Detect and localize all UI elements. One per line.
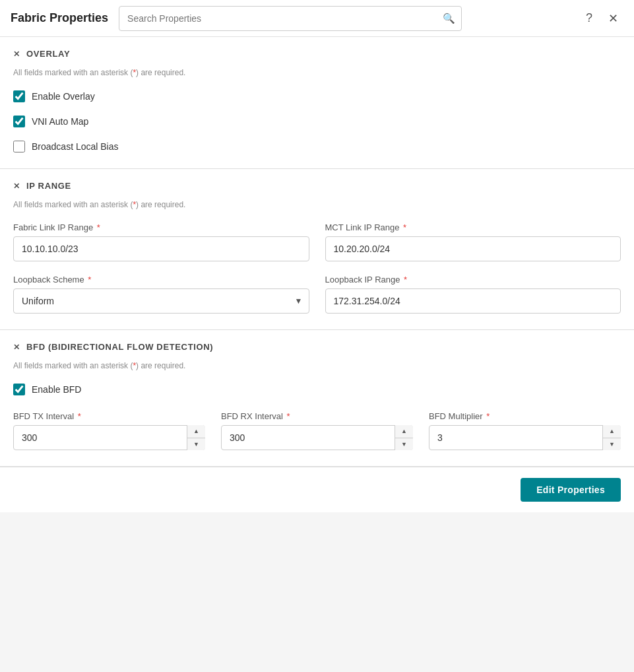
overlay-collapse-icon: ✕ xyxy=(13,50,20,59)
enable-bfd-row: Enable BFD xyxy=(13,384,621,395)
fabric-link-label: Fabric Link IP Range * xyxy=(13,222,309,232)
ip-range-section-body: All fields marked with an asterisk (*) a… xyxy=(0,200,634,329)
fabric-link-group: Fabric Link IP Range * xyxy=(13,222,309,261)
bfd-section-title: BFD (Bidirectional Flow Detection) xyxy=(26,342,213,352)
mct-link-label: MCT Link IP Range * xyxy=(325,222,621,232)
bfd-multiplier-spinner-wrapper: ▲ ▼ xyxy=(429,425,621,450)
bfd-rx-decrement[interactable]: ▼ xyxy=(395,438,413,451)
bfd-tx-increment[interactable]: ▲ xyxy=(187,425,205,438)
bfd-multiplier-decrement[interactable]: ▼ xyxy=(603,438,621,451)
bfd-collapse-icon: ✕ xyxy=(13,343,20,352)
loopback-ip-label: Loopback IP Range * xyxy=(325,275,621,285)
broadcast-local-bias-label: Broadcast Local Bias xyxy=(32,141,119,152)
header-actions: ? ✕ xyxy=(581,9,623,28)
help-button[interactable]: ? xyxy=(581,9,598,28)
search-icon: 🔍 xyxy=(443,13,455,24)
ip-range-grid: Fabric Link IP Range * MCT Link IP Range… xyxy=(13,222,621,314)
fabric-link-input[interactable] xyxy=(13,236,309,261)
enable-bfd-checkbox[interactable] xyxy=(13,384,25,395)
bfd-tx-group: BFD TX Interval * ▲ ▼ xyxy=(13,411,205,450)
bfd-rx-increment[interactable]: ▲ xyxy=(395,425,413,438)
overlay-section-header[interactable]: ✕ OVERLAY xyxy=(0,37,634,68)
bfd-multiplier-spinner-buttons: ▲ ▼ xyxy=(602,425,621,450)
broadcast-local-bias-row: Broadcast Local Bias xyxy=(13,141,621,152)
vni-auto-map-checkbox[interactable] xyxy=(13,116,25,127)
overlay-section-title: OVERLAY xyxy=(26,49,70,59)
loopback-ip-input[interactable] xyxy=(325,288,621,314)
bfd-rx-input[interactable] xyxy=(221,425,413,450)
mct-link-input[interactable] xyxy=(325,236,621,261)
ip-range-required-note: All fields marked with an asterisk (*) a… xyxy=(13,200,621,209)
loopback-scheme-select[interactable]: Uniform Non-Uniform xyxy=(13,288,309,314)
header: Fabric Properties 🔍 ? ✕ xyxy=(0,0,634,37)
main-content: ✕ OVERLAY All fields marked with an aste… xyxy=(0,37,634,467)
ip-range-section: ✕ IP RANGE All fields marked with an ast… xyxy=(0,169,634,330)
enable-bfd-label: Enable BFD xyxy=(32,384,81,395)
bfd-tx-spinner-wrapper: ▲ ▼ xyxy=(13,425,205,450)
overlay-required-note: All fields marked with an asterisk (*) a… xyxy=(13,68,621,77)
bfd-rx-spinner-buttons: ▲ ▼ xyxy=(395,425,413,450)
search-container: 🔍 xyxy=(119,6,462,31)
bfd-section: ✕ BFD (Bidirectional Flow Detection) All… xyxy=(0,330,634,467)
bfd-rx-group: BFD RX Interval * ▲ ▼ xyxy=(221,411,413,450)
loopback-scheme-group: Loopback Scheme * Uniform Non-Uniform ▼ xyxy=(13,275,309,314)
ip-range-section-header[interactable]: ✕ IP RANGE xyxy=(0,169,634,200)
bfd-multiplier-input[interactable] xyxy=(429,425,621,450)
bfd-section-body: All fields marked with an asterisk (*) a… xyxy=(0,361,634,466)
enable-overlay-row: Enable Overlay xyxy=(13,90,621,102)
overlay-section: ✕ OVERLAY All fields marked with an aste… xyxy=(0,37,634,169)
overlay-section-body: All fields marked with an asterisk (*) a… xyxy=(0,68,634,168)
page-title: Fabric Properties xyxy=(11,11,108,25)
bfd-tx-label: BFD TX Interval * xyxy=(13,411,205,421)
enable-overlay-checkbox[interactable] xyxy=(13,90,25,102)
loopback-ip-group: Loopback IP Range * xyxy=(325,275,621,314)
bfd-multiplier-group: BFD Multiplier * ▲ ▼ xyxy=(429,411,621,450)
bfd-multiplier-label: BFD Multiplier * xyxy=(429,411,621,421)
close-button[interactable]: ✕ xyxy=(603,9,623,28)
bfd-rx-label: BFD RX Interval * xyxy=(221,411,413,421)
ip-range-section-title: IP RANGE xyxy=(26,181,71,191)
bfd-multiplier-increment[interactable]: ▲ xyxy=(603,425,621,438)
bfd-tx-spinner-buttons: ▲ ▼ xyxy=(187,425,205,450)
bfd-section-header[interactable]: ✕ BFD (Bidirectional Flow Detection) xyxy=(0,330,634,361)
enable-overlay-label: Enable Overlay xyxy=(32,91,95,102)
bfd-fields-grid: BFD TX Interval * ▲ ▼ BFD RX Interval * xyxy=(13,411,621,450)
bfd-rx-spinner-wrapper: ▲ ▼ xyxy=(221,425,413,450)
mct-link-group: MCT Link IP Range * xyxy=(325,222,621,261)
vni-auto-map-label: VNI Auto Map xyxy=(32,116,88,127)
search-input[interactable] xyxy=(119,6,462,31)
broadcast-local-bias-checkbox[interactable] xyxy=(13,141,25,152)
edit-properties-button[interactable]: Edit Properties xyxy=(521,478,621,502)
footer: Edit Properties xyxy=(0,467,634,512)
bfd-required-note: All fields marked with an asterisk (*) a… xyxy=(13,361,621,370)
loopback-scheme-select-wrapper: Uniform Non-Uniform ▼ xyxy=(13,288,309,314)
ip-range-collapse-icon: ✕ xyxy=(13,182,20,191)
vni-auto-map-row: VNI Auto Map xyxy=(13,116,621,127)
bfd-tx-input[interactable] xyxy=(13,425,205,450)
bfd-tx-decrement[interactable]: ▼ xyxy=(187,438,205,451)
loopback-scheme-label: Loopback Scheme * xyxy=(13,275,309,285)
